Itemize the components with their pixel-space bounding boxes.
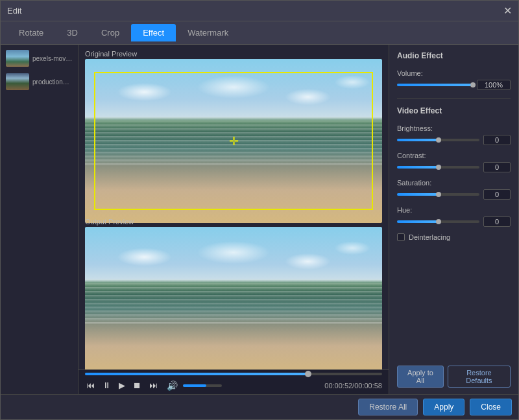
output-cloud-layer — [85, 235, 382, 279]
edit-window: Edit ✕ Rotate 3D Crop Effect Watermark p… — [0, 0, 519, 420]
prev-button[interactable]: ⏮ — [85, 379, 96, 391]
controls-row: ⏮ ⏸ ▶ ⏹ ⏭ 🔊 00:00:52/00:00:58 — [85, 379, 382, 391]
saturation-slider-fill — [397, 193, 439, 196]
contrast-param: Contrast: 0 — [397, 152, 511, 172]
center-panel: Original Preview ✛ Output Preview — [78, 45, 389, 394]
play-button[interactable]: ▶ — [117, 379, 127, 391]
tab-bar: Rotate 3D Crop Effect Watermark — [1, 21, 518, 45]
brightness-label: Brightness: — [397, 124, 511, 132]
output-ocean-bg — [85, 227, 382, 369]
brightness-param: Brightness: 0 — [397, 124, 511, 145]
crop-border: ✛ — [94, 72, 374, 210]
volume-track[interactable] — [183, 384, 222, 387]
contrast-slider-thumb — [436, 165, 441, 170]
brightness-input[interactable]: 0 — [483, 135, 511, 145]
original-preview-wrapper: Original Preview ✛ — [85, 50, 382, 214]
deinterlacing-label: Deinterlacing — [409, 233, 450, 241]
contrast-label: Contrast: — [397, 152, 511, 159]
brightness-slider[interactable] — [397, 139, 479, 141]
contrast-input[interactable]: 0 — [483, 162, 511, 172]
list-item[interactable]: production_id... — [4, 71, 75, 92]
brightness-controls: 0 — [397, 135, 511, 145]
clip-thumbnail — [6, 73, 29, 90]
list-item[interactable]: pexels-movie... — [4, 48, 75, 69]
output-preview-label: Output Preview — [85, 218, 382, 226]
brightness-slider-thumb — [436, 137, 441, 143]
preview-section: Original Preview ✛ Output Preview — [78, 45, 389, 369]
contrast-slider[interactable] — [397, 166, 479, 169]
volume-controls: 100% — [397, 80, 511, 90]
tab-effect[interactable]: Effect — [131, 24, 176, 41]
output-preview-wrapper: Output Preview — [85, 218, 382, 367]
apply-restore-row: Apply to All Restore Defaults — [397, 363, 511, 388]
deinterlacing-row: Deinterlacing — [397, 233, 511, 241]
bottom-bar: Restore All Apply Close — [1, 394, 518, 419]
saturation-param: Saturation: 0 — [397, 179, 511, 200]
close-window-button[interactable]: ✕ — [503, 5, 512, 17]
main-content: pexels-movie... production_id... Origina… — [1, 45, 518, 394]
next-button[interactable]: ⏭ — [148, 379, 159, 391]
original-preview-label: Original Preview — [85, 50, 382, 58]
output-wave-overlay — [85, 279, 382, 324]
divider — [397, 98, 511, 99]
tab-3d[interactable]: 3D — [55, 24, 90, 41]
restore-defaults-button[interactable]: Restore Defaults — [448, 366, 511, 388]
restore-all-button[interactable]: Restore All — [358, 399, 418, 415]
volume-slider-thumb — [470, 82, 476, 88]
volume-label: Volume: — [397, 69, 511, 77]
playback-bar: ⏮ ⏸ ▶ ⏹ ⏭ 🔊 00:00:52/00:00:58 — [78, 369, 389, 394]
tab-rotate[interactable]: Rotate — [7, 24, 55, 41]
saturation-label: Saturation: — [397, 179, 511, 187]
volume-input[interactable]: 100% — [477, 80, 511, 90]
volume-slider[interactable] — [397, 84, 473, 86]
hue-slider-fill — [397, 220, 439, 223]
time-display: 00:00:52/00:00:58 — [324, 382, 382, 390]
apply-to-all-button[interactable]: Apply to All — [397, 366, 444, 388]
progress-thumb — [305, 371, 311, 377]
volume-slider-fill — [397, 84, 473, 86]
saturation-slider[interactable] — [397, 193, 479, 196]
close-button[interactable]: Close — [470, 399, 512, 415]
tab-crop[interactable]: Crop — [90, 24, 131, 41]
title-bar: Edit ✕ — [1, 1, 518, 21]
stop-button[interactable]: ⏹ — [132, 379, 143, 391]
hue-controls: 0 — [397, 216, 511, 227]
pause-button[interactable]: ⏸ — [101, 379, 112, 391]
original-preview-frame: ✛ — [85, 59, 382, 223]
volume-fill — [183, 384, 206, 387]
hue-input[interactable]: 0 — [483, 216, 511, 227]
contrast-slider-fill — [397, 166, 439, 169]
clips-panel: pexels-movie... production_id... — [1, 45, 78, 394]
volume-icon: 🔊 — [167, 380, 178, 391]
saturation-controls: 0 — [397, 189, 511, 200]
video-effect-title: Video Effect — [397, 106, 511, 115]
progress-fill — [85, 373, 308, 375]
saturation-input[interactable]: 0 — [483, 189, 511, 200]
volume-param: Volume: 100% — [397, 69, 511, 90]
output-preview-frame — [85, 227, 382, 369]
clip-name: pexels-movie... — [32, 55, 73, 62]
right-panel: Audio Effect Volume: 100% Video Effect B… — [389, 45, 518, 394]
hue-param: Hue: 0 — [397, 206, 511, 227]
tab-watermark[interactable]: Watermark — [176, 24, 240, 41]
deinterlacing-checkbox[interactable] — [397, 233, 405, 241]
contrast-controls: 0 — [397, 162, 511, 172]
progress-track[interactable] — [85, 373, 382, 375]
clip-thumbnail — [6, 50, 29, 67]
window-title: Edit — [7, 6, 21, 16]
apply-button[interactable]: Apply — [423, 399, 465, 415]
brightness-slider-fill — [397, 139, 439, 141]
hue-slider-thumb — [436, 219, 441, 224]
saturation-slider-thumb — [436, 192, 441, 197]
crop-center-icon: ✛ — [229, 135, 239, 147]
hue-label: Hue: — [397, 206, 511, 214]
clip-name: production_id... — [32, 78, 73, 86]
hue-slider[interactable] — [397, 220, 479, 223]
audio-effect-title: Audio Effect — [397, 51, 511, 60]
